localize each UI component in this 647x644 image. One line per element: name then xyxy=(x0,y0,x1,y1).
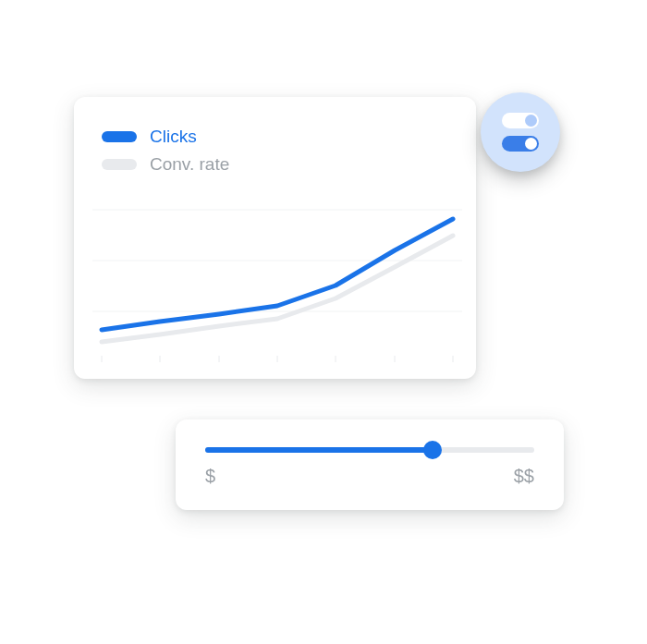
slider-min-label: $ xyxy=(205,466,215,487)
slider-fill xyxy=(205,447,433,453)
chart-card: Clicks Conv. rate xyxy=(74,97,476,379)
legend-swatch-icon xyxy=(102,131,137,142)
legend-row-clicks[interactable]: Clicks xyxy=(102,123,458,151)
slider-track[interactable] xyxy=(205,447,534,453)
line-chart-svg xyxy=(92,191,462,362)
legend-row-conv-rate[interactable]: Conv. rate xyxy=(102,151,458,178)
settings-toggle-chip[interactable] xyxy=(481,92,560,172)
line-conv-rate xyxy=(102,236,453,342)
legend-label-clicks: Clicks xyxy=(150,127,197,147)
legend-swatch-icon xyxy=(102,159,137,170)
chart-legend: Clicks Conv. rate xyxy=(102,123,458,178)
slider-thumb[interactable] xyxy=(423,441,442,459)
slider-max-label: $$ xyxy=(514,466,534,487)
slider-labels: $ $$ xyxy=(205,466,534,487)
toggle-switch-icon[interactable] xyxy=(502,136,539,152)
chart-plot xyxy=(92,191,462,362)
line-clicks xyxy=(102,219,453,330)
toggle-switch-icon[interactable] xyxy=(502,113,539,128)
bid-slider-card: $ $$ xyxy=(176,419,564,510)
legend-label-conv-rate: Conv. rate xyxy=(150,154,229,175)
